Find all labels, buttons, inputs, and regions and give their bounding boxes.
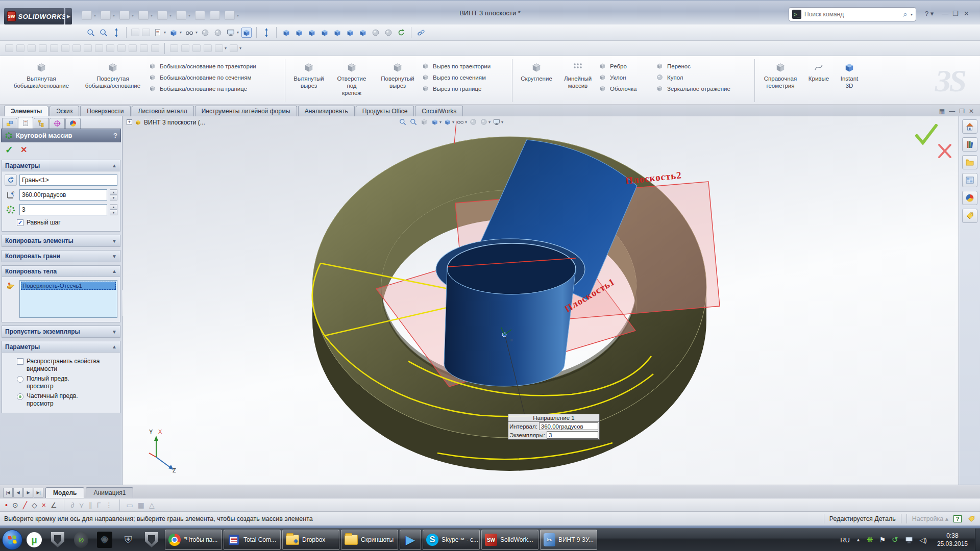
exploded-view-icon[interactable]	[261, 28, 272, 38]
action-center-flag-icon[interactable]: ⚑	[879, 536, 886, 544]
shaded-icon[interactable]	[371, 28, 381, 38]
appearance-icon[interactable]	[213, 28, 223, 38]
tangent-snap-icon[interactable]: ∂	[71, 501, 75, 509]
displaymanager-tab[interactable]	[65, 118, 81, 129]
instances-value[interactable]: 3	[547, 431, 598, 439]
appearance-icon[interactable]	[469, 117, 478, 127]
scene-icon[interactable]	[479, 117, 488, 127]
tool-icon[interactable]	[140, 44, 148, 52]
tool-icon[interactable]	[215, 44, 223, 52]
design-library-icon[interactable]	[962, 137, 977, 152]
help-status-icon[interactable]: ?	[953, 515, 962, 522]
solidworks-window-button[interactable]: SW SolidWork...	[481, 530, 538, 550]
points-snap-icon[interactable]: ⋮	[106, 501, 113, 509]
chevron-down-icon[interactable]: ▾	[501, 120, 503, 124]
media-player-button[interactable]: ▶	[400, 530, 421, 550]
camera-icon[interactable]	[492, 117, 501, 127]
tool-icon[interactable]	[151, 44, 159, 52]
new-document-icon[interactable]	[82, 11, 92, 20]
selected-body-item[interactable]: Поверхность-Отсечь1	[21, 282, 116, 290]
featuremanager-tab[interactable]	[2, 118, 17, 129]
ok-button[interactable]: ✓	[5, 144, 13, 156]
settings-dropdown[interactable]: Настройка ▴	[912, 515, 948, 522]
refresh-icon[interactable]	[396, 28, 406, 38]
show-desktop-button[interactable]	[975, 529, 980, 551]
quadrant-snap-icon[interactable]: ◇	[32, 501, 37, 509]
curves-button[interactable]: Кривые	[803, 58, 835, 103]
chevron-down-icon[interactable]: ▾	[911, 12, 913, 17]
boundary-boss-button[interactable]: Бобышка/основание на границе	[148, 85, 282, 92]
tab-office-products[interactable]: Продукты Office	[356, 106, 414, 116]
fillet-button[interactable]: Скругление	[516, 58, 557, 103]
command-search-box[interactable]: >_ ⌕ ▾	[789, 7, 916, 21]
chevron-down-icon[interactable]: ▾	[132, 13, 134, 18]
doc-restore-icon[interactable]: ❒	[959, 108, 965, 115]
tool-icon[interactable]	[170, 44, 178, 52]
tray-expand-icon[interactable]: ▲	[856, 537, 861, 542]
angle-spinner[interactable]: ▲▼	[110, 189, 117, 201]
view-palette-icon[interactable]	[962, 173, 977, 187]
menu-flyout-arrow[interactable]: ▶	[65, 8, 72, 24]
angle-snap-icon[interactable]: ∠	[51, 501, 57, 509]
draft-button[interactable]: Уклон	[598, 73, 655, 81]
extruded-boss-button[interactable]: Вытянутая бобышка/основание	[5, 58, 78, 103]
tab-features[interactable]: Элементы	[4, 106, 48, 116]
options-section-header[interactable]: Параметры▲	[2, 341, 120, 353]
tool-icon[interactable]	[106, 44, 114, 52]
doc-close-icon[interactable]: ✕	[969, 108, 974, 115]
next-tab-button[interactable]: ▶	[23, 488, 33, 497]
mirror-button[interactable]: Зеркальное отражение	[655, 85, 751, 92]
chrome-window-button[interactable]: "Чтобы па...	[165, 530, 222, 550]
configurationmanager-tab[interactable]	[34, 118, 49, 129]
features-to-pattern-header[interactable]: Копировать элементы▼	[2, 235, 120, 246]
instant3d-button[interactable]: Instant 3D	[835, 58, 864, 103]
save-icon[interactable]	[119, 11, 130, 20]
chevron-down-icon[interactable]: ▾	[195, 30, 198, 35]
animation-tab[interactable]: Анимация1	[86, 487, 133, 498]
tool-icon[interactable]	[181, 44, 189, 52]
file-properties-icon[interactable]	[210, 11, 220, 20]
move-button[interactable]: Перенос	[655, 62, 751, 70]
view-front-icon[interactable]	[281, 28, 291, 38]
first-tab-button[interactable]: |◀	[3, 488, 13, 497]
graphics-viewport[interactable]: c + ВИНТ 3 плоскости (...	[122, 116, 959, 485]
scene-icon[interactable]	[226, 28, 236, 38]
undo-icon[interactable]	[157, 11, 167, 20]
tree-expand-icon[interactable]: +	[127, 119, 132, 125]
chevron-down-icon[interactable]: ▾	[239, 46, 241, 51]
view-palette-icon[interactable]	[153, 28, 163, 38]
tool-icon[interactable]	[5, 44, 13, 52]
chevron-down-icon[interactable]: ▾	[237, 30, 239, 35]
wot-blitz-pinned-icon[interactable]	[140, 530, 163, 550]
tab-evaluate[interactable]: Анализировать	[298, 106, 355, 116]
tab-sheet-metal[interactable]: Листовой металл	[132, 106, 194, 116]
parallel-snap-icon[interactable]: ∥	[89, 501, 92, 509]
tool-icon[interactable]	[16, 44, 24, 52]
tool-icon[interactable]	[204, 44, 212, 52]
open-icon[interactable]	[101, 11, 111, 20]
sync-tray-icon[interactable]: ↺	[892, 535, 898, 544]
screenshots-window-button[interactable]: Скриншоты	[341, 530, 398, 550]
view-right-icon[interactable]	[320, 28, 330, 38]
point-snap-icon[interactable]: •	[5, 501, 8, 509]
game-center-pinned-icon[interactable]: ⊘	[69, 530, 93, 550]
restore-button[interactable]: ❒	[952, 10, 959, 17]
volume-tray-icon[interactable]: ◁)	[920, 536, 927, 544]
viewport-layout-icon[interactable]: ▦	[939, 108, 945, 115]
network-tray-icon[interactable]	[904, 535, 914, 544]
angle-field[interactable]	[19, 189, 107, 201]
print-icon[interactable]	[138, 11, 149, 20]
tool-icon[interactable]	[84, 44, 92, 52]
interval-value[interactable]: 360.00градусов	[539, 422, 598, 430]
start-button[interactable]	[2, 530, 22, 550]
tool-icon[interactable]	[117, 44, 126, 52]
partial-preview-radio[interactable]: Частичный предв. просмотр	[17, 392, 117, 408]
close-button[interactable]: ✕	[964, 10, 969, 17]
wings-pinned-icon[interactable]: ⛨	[116, 530, 140, 550]
tool-icon[interactable]	[129, 44, 137, 52]
swept-cut-button[interactable]: Вырез по траектории	[421, 62, 509, 70]
help-button[interactable]: ? ▾	[925, 10, 934, 17]
chevron-down-icon[interactable]: ▾	[465, 120, 467, 124]
tab-mold-tools[interactable]: Инструменты литейной формы	[195, 106, 297, 116]
chevron-down-icon[interactable]: ▾	[113, 13, 115, 18]
